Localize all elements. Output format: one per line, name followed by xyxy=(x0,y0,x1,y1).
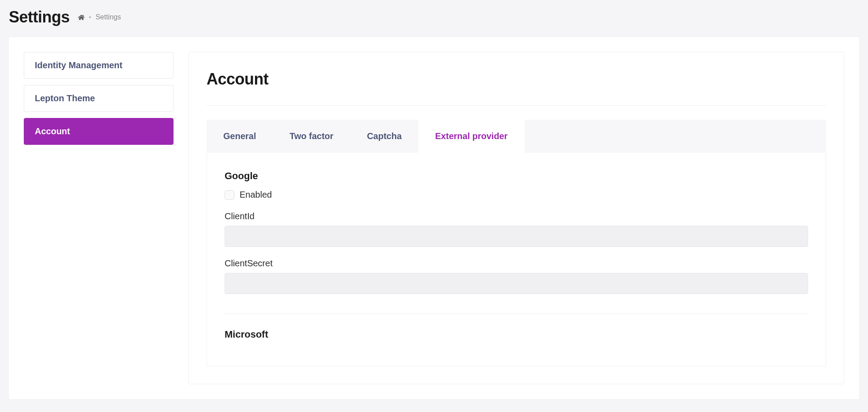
page-header: Settings • Settings xyxy=(0,0,868,37)
google-enabled-label: Enabled xyxy=(240,190,272,200)
provider-divider xyxy=(225,313,808,314)
tab-two-factor[interactable]: Two factor xyxy=(273,120,350,153)
tab-external-provider[interactable]: External provider xyxy=(418,120,524,153)
google-clientsecret-input[interactable] xyxy=(225,273,808,294)
breadcrumb-separator: • xyxy=(89,14,91,21)
google-clientid-label: ClientId xyxy=(225,211,808,221)
google-enabled-row: Enabled xyxy=(225,190,808,200)
tab-general[interactable]: General xyxy=(207,120,273,153)
provider-microsoft: Microsoft xyxy=(225,329,808,340)
content-title: Account xyxy=(207,70,826,88)
google-clientid-input[interactable] xyxy=(225,226,808,247)
sidebar-item-identity-management[interactable]: Identity Management xyxy=(24,52,174,79)
provider-google: Google Enabled ClientId ClientSecret xyxy=(225,170,808,305)
google-clientsecret-label: ClientSecret xyxy=(225,258,808,269)
breadcrumb-current: Settings xyxy=(96,13,121,21)
content-divider xyxy=(207,105,826,106)
settings-sidebar: Identity Management Lepton Theme Account xyxy=(24,52,174,151)
sidebar-item-lepton-theme[interactable]: Lepton Theme xyxy=(24,85,174,112)
provider-title-google: Google xyxy=(225,170,808,182)
page-title: Settings xyxy=(9,8,70,26)
tab-panel-external-provider: Google Enabled ClientId ClientSecret Mic… xyxy=(207,153,826,366)
main-card: Identity Management Lepton Theme Account… xyxy=(9,37,859,399)
tabs: General Two factor Captcha External prov… xyxy=(207,120,826,153)
provider-title-microsoft: Microsoft xyxy=(225,329,808,340)
breadcrumb: • Settings xyxy=(78,13,121,21)
home-icon[interactable] xyxy=(78,14,85,21)
tab-captcha[interactable]: Captcha xyxy=(350,120,418,153)
sidebar-item-account[interactable]: Account xyxy=(24,118,174,145)
content-panel: Account General Two factor Captcha Exter… xyxy=(188,52,844,384)
google-enabled-checkbox[interactable] xyxy=(225,190,234,200)
